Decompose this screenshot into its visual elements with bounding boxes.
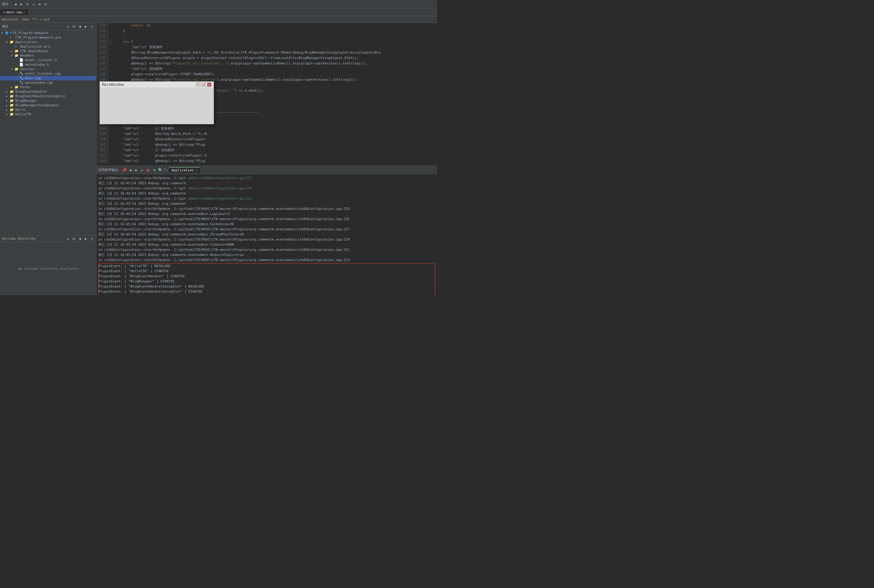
tree-item-ctk-pro[interactable]: ⚙CTK_PluginFramework.pro (0, 35, 96, 40)
nav-forward-icon[interactable]: ▶ (19, 2, 24, 7)
tree-icon-event-listener-h: 📄 (19, 58, 24, 62)
tree-item-ctk-root[interactable]: ▼🔷CTK_PluginFramework (0, 31, 96, 35)
fold-129[interactable] (108, 23, 113, 28)
h-nav-back-icon[interactable]: ◀ (77, 236, 82, 241)
tree-arrow-blog-event-handler[interactable]: ▶ (6, 90, 10, 93)
fold-153[interactable] (108, 153, 113, 158)
tree-arrow-hello-ctk[interactable]: ▶ (6, 112, 10, 116)
tree-item-blog-manager[interactable]: ▶📁BlogManager (0, 99, 96, 103)
tree-item-headers[interactable]: ▼📁Headers (0, 53, 96, 58)
fold-131[interactable] (108, 34, 113, 39)
tree-arrow-blog-manager-using-signal[interactable]: ▶ (6, 104, 10, 107)
tree-item-event-listener-cpp[interactable]: 🔧event_listener.cpp (0, 71, 96, 76)
fold-133[interactable] (108, 45, 113, 50)
tree-item-ctk-dep[interactable]: ▶📁CTK_dependency (0, 49, 96, 53)
tree-arrow-hello[interactable]: ▶ (6, 108, 10, 111)
output-tab-close[interactable]: ✕ (196, 169, 197, 172)
code-line-137: 137 "cmt">// 启动插件 (96, 66, 437, 72)
tree-arrow-blog-event-handler-using-slot[interactable]: ▶ (6, 94, 10, 98)
panel-filter-icon[interactable]: ⊟ (71, 24, 76, 29)
nav-back-icon[interactable]: ◀ (13, 2, 18, 7)
tree-label-ctk-dep: CTK_dependency (20, 49, 48, 53)
fold-136[interactable] (108, 61, 113, 66)
tree-item-event-listener-h[interactable]: 📄event_listener.h (0, 58, 96, 62)
float-close-btn[interactable]: ✕ (207, 82, 211, 87)
output-highlighted-line-1: PluginEvent: [ "HelloCTK" ] STARTED (99, 268, 435, 274)
tab-bar: ◆ main.cpp ✕ (0, 8, 437, 16)
fold-130[interactable] (108, 28, 113, 34)
fold-150[interactable] (108, 137, 113, 142)
output-nav-back-icon[interactable]: ◀ (128, 168, 132, 172)
line-content-132: try { (113, 39, 133, 45)
filter-icon[interactable]: ⊟ (25, 2, 30, 7)
panel-close-icon[interactable]: ✕ (90, 24, 94, 29)
output-search-icon[interactable]: 🔍 (158, 168, 163, 172)
tree-arrow-forms[interactable]: ▶ (11, 86, 15, 89)
tree-arrow-application[interactable]: ▼ (6, 40, 10, 44)
float-maximize-btn[interactable]: □ (202, 82, 206, 87)
tab-main-cpp[interactable]: ◆ main.cpp ✕ (0, 9, 29, 15)
tree-item-blog-event-handler[interactable]: ▶📁BlogEventHandler (0, 89, 96, 94)
tree-arrow-headers[interactable]: ▼ (11, 54, 15, 57)
line-content-152: "cmt">// // 启动插件 (113, 147, 174, 153)
float-minimize-btn[interactable]: ─ (196, 82, 200, 87)
split-icon[interactable]: ⊞ (37, 2, 42, 7)
fold-152[interactable] (108, 147, 113, 153)
fold-132[interactable]: ▼ (108, 39, 113, 45)
breadcrumb-text: main(int, char **) → int (2, 18, 50, 21)
tree-arrow-blog-manager[interactable]: ▶ (6, 99, 10, 102)
tree-item-mainwindow-cpp[interactable]: 🔧mainwindow.cpp (0, 80, 96, 85)
output-pin-icon[interactable]: 📌 (122, 168, 126, 172)
tree-icon-mainwindow-h: 📄 (19, 63, 24, 66)
tree-item-hello-ctk[interactable]: ▶📁HelloCTK (0, 112, 96, 117)
output-nav-fwd-icon[interactable]: ▶ (134, 168, 138, 172)
tree-item-application[interactable]: ▼📁Application (0, 40, 96, 44)
code-line-130: 130 } (96, 28, 437, 34)
line-number-153: 153 (96, 153, 108, 158)
panel-nav-back-icon[interactable]: ◀ (77, 24, 82, 29)
tree-arrow-ctk-dep[interactable]: ▶ (11, 50, 15, 53)
panel-nav-fwd-icon[interactable]: ▶ (83, 24, 88, 29)
line-content-135: QSharedPointer<ctkPlugin> plugin = plugi… (113, 56, 359, 61)
tree-item-blog-manager-using-signal[interactable]: ▶📁BlogManagerUsingSignal (0, 103, 96, 108)
tree-item-forms[interactable]: ▶📁Forms (0, 85, 96, 89)
tree-item-app-pro[interactable]: ⚙Application.pro (0, 44, 96, 49)
tree-label-blog-manager: BlogManager (15, 99, 38, 103)
output-settings-icon[interactable]: ⚙ (152, 168, 157, 172)
collapse-icon[interactable]: ⊟ (43, 2, 48, 7)
fold-154[interactable] (108, 158, 113, 164)
float-maximize-label: □ (203, 83, 205, 86)
output-tab-application[interactable]: Application ✕ (169, 167, 200, 173)
tree-item-hello[interactable]: ▶📁Hello (0, 108, 96, 112)
output-line-0: in ctkEAConfiguration::startOrUpdate, C:… (98, 176, 435, 181)
tree-arrow-ctk-root[interactable]: ▼ (1, 31, 5, 34)
output-run-icon[interactable]: ▶ (140, 168, 144, 172)
fold-138[interactable] (108, 72, 113, 77)
h-sync-icon[interactable]: ↺ (65, 236, 70, 241)
tree-arrow-sources[interactable]: ▼ (11, 68, 15, 71)
line-number-151: 151 (96, 142, 108, 147)
line-number-150: 150 (96, 137, 108, 142)
fold-149[interactable] (108, 131, 113, 137)
tree-label-blog-event-handler-using-slot: BlogEventHandlerUsingSlot (15, 94, 65, 98)
line-content-134: QString BlogManagerUsingSignal_Path = "C… (113, 50, 381, 56)
project-panel-title: 项目 (2, 24, 8, 28)
fold-137[interactable] (108, 66, 113, 72)
output-stop-icon[interactable]: ■ (146, 168, 151, 172)
fold-134[interactable] (108, 50, 113, 56)
fold-135[interactable] (108, 56, 113, 61)
tree-item-mainwindow-h[interactable]: 📄mainwindow.h (0, 62, 96, 67)
sync-icon[interactable]: ↺ (31, 2, 36, 7)
tree-item-blog-event-handler-using-slot[interactable]: ▶📁BlogEventHandlerUsingSlot (0, 94, 96, 99)
fold-148[interactable] (108, 126, 113, 131)
float-minimize-label: ─ (197, 83, 199, 86)
panel-sync-icon[interactable]: ↺ (65, 24, 70, 29)
tree-item-sources[interactable]: ▼📁Sources (0, 67, 96, 71)
tree-item-main-cpp[interactable]: 🔧main.cpp (0, 76, 96, 80)
output-content[interactable]: in ctkEAConfiguration::startOrUpdate, C:… (96, 174, 437, 295)
h-close-icon[interactable]: ✕ (90, 236, 94, 241)
close-icon[interactable]: ✕ (24, 10, 25, 14)
h-nav-fwd-icon[interactable]: ▶ (83, 236, 88, 241)
h-filter-icon[interactable]: ⊟ (71, 236, 76, 241)
fold-151[interactable] (108, 142, 113, 147)
